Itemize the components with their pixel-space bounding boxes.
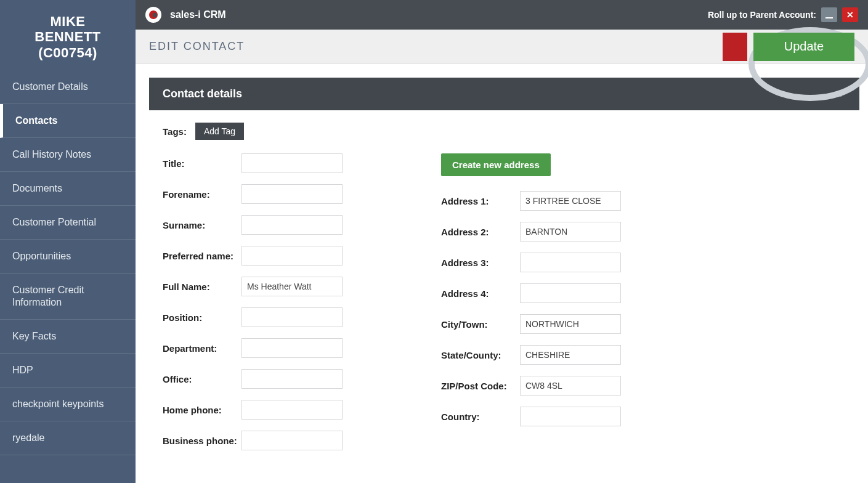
form-row: Title: — [163, 153, 343, 173]
sidebar-item[interactable]: Customer Potential — [0, 206, 136, 240]
add-tag-button[interactable]: Add Tag — [195, 123, 244, 140]
sidebar-item[interactable]: ryedale — [0, 421, 136, 455]
delete-button[interactable] — [723, 33, 747, 61]
text-input — [520, 314, 621, 334]
close-button[interactable]: ✕ — [842, 7, 858, 22]
customer-name-line2: BENNETT — [6, 29, 129, 44]
sidebar-item[interactable]: checkpoint keypoints — [0, 388, 136, 421]
field-label: Department: — [163, 343, 241, 354]
text-input[interactable] — [241, 307, 343, 327]
sidebar-item[interactable]: Opportunities — [0, 240, 136, 274]
form-row: Full Name: — [163, 277, 343, 296]
form-row: Forename: — [163, 184, 343, 204]
text-input — [520, 407, 621, 426]
chevron-down-icon — [836, 91, 846, 97]
section-title: Contact details — [163, 87, 242, 100]
form-row: Address 2: — [441, 222, 621, 242]
text-input — [241, 277, 343, 296]
text-input — [520, 376, 621, 396]
page-title: EDIT CONTACT — [149, 40, 245, 53]
sidebar-item[interactable]: Customer Details — [0, 70, 136, 104]
text-input — [520, 191, 621, 211]
form-row: Business phone: — [163, 431, 343, 450]
form-row: Address 3: — [441, 253, 621, 272]
form-row: Department: — [163, 338, 343, 358]
rollup-label: Roll up to Parent Account: — [708, 10, 816, 20]
field-label: Forename: — [163, 189, 241, 200]
app-title: sales-i CRM — [170, 9, 226, 20]
sidebar-nav: Customer DetailsContactsCall History Not… — [0, 67, 136, 468]
text-input[interactable] — [241, 431, 343, 450]
main-content: sales-i CRM Roll up to Parent Account: ✕… — [136, 0, 868, 483]
field-label: Address 4: — [441, 288, 520, 299]
text-input — [520, 283, 621, 303]
field-label: Country: — [441, 412, 520, 422]
text-input[interactable] — [241, 400, 343, 420]
field-label: Surname: — [163, 220, 241, 230]
create-address-button[interactable]: Create new address — [441, 153, 551, 176]
field-label: Title: — [163, 158, 241, 169]
form-row: Position: — [163, 307, 343, 327]
text-input[interactable] — [241, 215, 343, 235]
topbar: sales-i CRM Roll up to Parent Account: ✕ — [136, 0, 868, 30]
app-logo-icon — [145, 7, 161, 23]
field-label: City/Town: — [441, 319, 520, 330]
field-label: State/County: — [441, 350, 520, 360]
tags-label: Tags: — [163, 126, 187, 137]
field-label: Office: — [163, 374, 241, 384]
customer-name-line1: MIKE — [6, 14, 129, 29]
text-input — [520, 345, 621, 365]
form-row: Office: — [163, 369, 343, 389]
field-label: Address 3: — [441, 258, 520, 268]
form-column-address: Create new address Address 1:Address 2:A… — [441, 153, 621, 450]
form-row: Surname: — [163, 215, 343, 235]
text-input — [520, 253, 621, 272]
text-input — [520, 222, 621, 242]
sidebar-item[interactable]: HDP — [0, 354, 136, 388]
editbar: EDIT CONTACT Update — [136, 30, 868, 64]
form-row: City/Town: — [441, 314, 621, 334]
field-label: Preferred name: — [163, 251, 241, 261]
form-row: State/County: — [441, 345, 621, 365]
update-button[interactable]: Update — [753, 33, 854, 61]
field-label: Full Name: — [163, 282, 241, 292]
sidebar: MIKE BENNETT (C00754) Customer DetailsCo… — [0, 0, 136, 483]
section-header-contact-details[interactable]: Contact details — [149, 78, 859, 110]
sidebar-item[interactable]: Contacts — [0, 104, 136, 138]
field-label: Address 1: — [441, 196, 520, 206]
text-input[interactable] — [241, 369, 343, 389]
sidebar-item[interactable]: Customer Credit Information — [0, 274, 136, 320]
form-row: ZIP/Post Code: — [441, 376, 621, 396]
field-label: Business phone: — [163, 436, 241, 446]
field-label: Home phone: — [163, 405, 241, 415]
form-row: Home phone: — [163, 400, 343, 420]
text-input[interactable] — [241, 246, 343, 266]
minimize-button[interactable] — [821, 7, 837, 22]
panel-body: Tags: Add Tag Title:Forename:Surname:Pre… — [149, 110, 859, 475]
text-input[interactable] — [241, 338, 343, 358]
sidebar-item[interactable]: Call History Notes — [0, 138, 136, 172]
sidebar-header: MIKE BENNETT (C00754) — [0, 0, 136, 67]
field-label: Position: — [163, 312, 241, 323]
text-input[interactable] — [241, 153, 343, 173]
field-label: ZIP/Post Code: — [441, 381, 520, 391]
form-row: Country: — [441, 407, 621, 426]
form-row: Preferred name: — [163, 246, 343, 266]
form-row: Address 1: — [441, 191, 621, 211]
form-column-contact: Title:Forename:Surname:Preferred name:Fu… — [163, 153, 343, 450]
customer-id: (C00754) — [6, 45, 129, 60]
form-row: Address 4: — [441, 283, 621, 303]
field-label: Address 2: — [441, 227, 520, 237]
sidebar-item[interactable]: Documents — [0, 172, 136, 206]
sidebar-item[interactable]: Key Facts — [0, 320, 136, 354]
text-input[interactable] — [241, 184, 343, 204]
